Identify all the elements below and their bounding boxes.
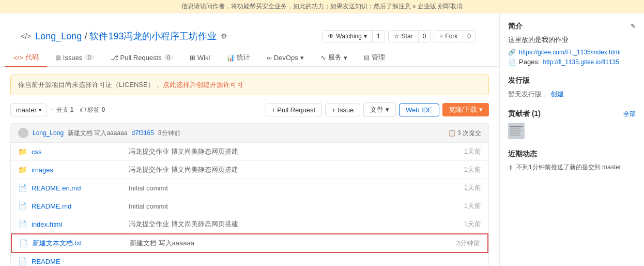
- contributor-list: [508, 123, 636, 139]
- no-release-text: 暂无发行版， 创建: [508, 90, 636, 99]
- chevron-down-icon: ▾: [300, 54, 304, 62]
- issue-button[interactable]: + Issue: [325, 104, 360, 116]
- sidebar-link2: 📄 Pages: http://fl_1135.gitee.io/fl1135: [508, 58, 636, 66]
- eye-icon: 👁: [328, 33, 334, 40]
- commit-author-link[interactable]: Long_Long: [33, 129, 64, 137]
- file-icon: 📄: [18, 257, 27, 265]
- create-release-link[interactable]: 创建: [550, 90, 564, 98]
- file-name-link[interactable]: README: [32, 258, 125, 265]
- sidebar-activity: 近期动态 ⬆ 不到1分钟前推送了新的提交到 master: [508, 150, 636, 172]
- tab-wiki[interactable]: ⊞ Wiki: [181, 49, 219, 67]
- commit-count: 📋 3 次提交: [448, 129, 481, 138]
- branch-fork-icon: ⑂ 分支 1: [51, 106, 74, 114]
- file-icon: 📄: [18, 202, 27, 210]
- fork-button[interactable]: ⑂ Fork: [434, 31, 463, 42]
- star-button[interactable]: ☆ Star: [389, 31, 419, 42]
- star-count[interactable]: 0: [419, 31, 431, 42]
- tab-pullrequests[interactable]: ⎇ Pull Requests 0: [102, 49, 181, 67]
- sidebar-link1-anchor[interactable]: https://gitee.com/FL_1135/index.html: [519, 49, 621, 56]
- contributors-all-link[interactable]: 全部: [623, 110, 636, 119]
- repo-header: </> Long_Long / 软件193冯龙的小程序工坊作业 ⚙ 👁 Watc…: [0, 13, 499, 42]
- tab-devops[interactable]: ∞ DevOps ▾: [258, 49, 312, 67]
- file-table: Long_Long 新建文档 写入aaaaaa d7f3165 3分钟前 📋 3…: [10, 123, 489, 266]
- watch-button[interactable]: 👁 Watching ▾: [323, 31, 373, 42]
- file-row[interactable]: 📄 README.en.md Initial commit 1天前: [11, 179, 488, 197]
- sidebar-intro: 简介 ✎ 这里放的是我的作业 🔗 https://gitee.com/FL_11…: [508, 22, 636, 66]
- repo-owner-link[interactable]: Long_Long: [35, 31, 82, 41]
- main-wrapper: </> Long_Long / 软件193冯龙的小程序工坊作业 ⚙ 👁 Watc…: [0, 13, 644, 266]
- sidebar-contributors: 贡献者 (1) 全部: [508, 109, 636, 139]
- branch-tag-icon: 🏷 标签 0: [80, 106, 105, 114]
- fork-count[interactable]: 0: [463, 31, 475, 42]
- folder-icon: 📁: [18, 166, 27, 174]
- sidebar-link1: 🔗 https://gitee.com/FL_1135/index.html: [508, 49, 636, 56]
- file-name-link[interactable]: README.md: [32, 202, 125, 210]
- file-row[interactable]: 📁 css 冯龙提交作业 博文尚美静态网页搭建 1天前: [11, 143, 488, 161]
- file-rows-container: 📁 css 冯龙提交作业 博文尚美静态网页搭建 1天前 📁 images 冯龙提…: [11, 143, 488, 266]
- top-right-actions: 👁 Watching ▾ 1 ☆ Star 0 ⑂ F: [322, 22, 489, 42]
- file-icon: 📄: [19, 239, 28, 247]
- tab-stats[interactable]: 📊 统计: [218, 49, 258, 67]
- tab-code[interactable]: </> 代码: [5, 49, 47, 67]
- file-time: 3分钟前: [456, 239, 480, 248]
- sidebar-releases: 发行版 暂无发行版， 创建: [508, 76, 636, 99]
- content-area: 你当前开源项目尚未选择许可证（LICENSE）， 点此选择并创建开源许可可 ma…: [0, 67, 499, 266]
- top-banner: 信息请访问作者，将功能帮买安全业务，如此的功力；如果发送知识；然后了解注意 » …: [0, 0, 644, 13]
- link-icon: 🔗: [508, 49, 516, 56]
- file-name-link[interactable]: index.html: [32, 220, 125, 228]
- license-create-link[interactable]: 点此选择并创建开源许可可: [163, 81, 243, 88]
- repo-name-link[interactable]: 软件193冯龙的小程序工坊作业: [89, 31, 217, 41]
- clone-download-button[interactable]: 克隆/下载 ▾: [442, 103, 489, 116]
- file-commit-msg: 新建文档 写入aaaaaa: [130, 239, 452, 248]
- web-ide-button[interactable]: Web IDE: [399, 104, 439, 116]
- nav-tabs: </> 代码 ⊞ Issues 0 ⎇ Pull Requests 0 ⊞ Wi…: [0, 49, 499, 67]
- activity-item-1: ⬆ 不到1分钟前推送了新的提交到 master: [508, 163, 636, 172]
- watch-count[interactable]: 1: [373, 31, 385, 42]
- commit-hash-link[interactable]: d7f3165: [131, 129, 154, 137]
- service-chevron-icon: ▾: [344, 54, 347, 62]
- file-row[interactable]: 📄 index.html 冯龙提交作业 博文尚美静态网页搭建 1天前: [11, 215, 488, 233]
- sidebar-link2-anchor[interactable]: http://fl_1135.gitee.io/fl1135: [543, 58, 619, 66]
- file-commit-msg: Initial commit: [129, 202, 460, 210]
- file-name-link[interactable]: 新建文本文档.txt: [33, 239, 126, 248]
- folder-icon: 📁: [18, 147, 27, 156]
- file-time: 1天前: [464, 165, 481, 174]
- file-row[interactable]: 📄 README: [11, 253, 488, 266]
- repo-title-area: </> Long_Long / 软件193冯龙的小程序工坊作业 ⚙: [10, 22, 322, 42]
- manage-icon: ⊟: [364, 54, 370, 62]
- sidebar-desc: 这里放的是我的作业: [508, 35, 636, 45]
- svg-rect-3: [510, 130, 522, 131]
- file-name-link[interactable]: css: [32, 148, 125, 156]
- edit-icon[interactable]: ✎: [631, 23, 636, 30]
- repo-full-title: Long_Long / 软件193冯龙的小程序工坊作业: [35, 30, 217, 42]
- svg-rect-4: [510, 132, 519, 134]
- star-icon: ☆: [394, 33, 400, 40]
- branch-selector[interactable]: master ▾: [10, 104, 47, 116]
- file-row[interactable]: 📁 images 冯龙提交作业 博文尚美静态网页搭建 1天前: [11, 161, 488, 179]
- file-row[interactable]: 📄 README.md Initial commit 1天前: [11, 197, 488, 215]
- pr-icon: ⎇: [111, 54, 118, 62]
- file-icon: 📄: [18, 184, 27, 192]
- file-time: 1天前: [464, 219, 481, 229]
- file-name-link[interactable]: README.en.md: [32, 184, 125, 192]
- tab-manage[interactable]: ⊟ 管理: [356, 49, 393, 67]
- stats-icon: 📊: [226, 54, 235, 62]
- branch-chevron-icon: ▾: [39, 107, 41, 113]
- contributor-avatar-1[interactable]: [508, 123, 525, 139]
- watch-btn-group: 👁 Watching ▾ 1: [322, 30, 385, 42]
- star-btn-group: ☆ Star 0: [388, 30, 431, 42]
- code-icon: </>: [13, 54, 23, 62]
- tab-service[interactable]: ∿ 服务 ▾: [312, 49, 356, 67]
- activity-icon: ⬆: [508, 164, 513, 171]
- file-name-link[interactable]: images: [32, 166, 125, 174]
- fork-icon: ⑂: [439, 33, 443, 40]
- pull-request-button[interactable]: + Pull Request: [265, 104, 322, 116]
- file-icon: 📄: [18, 220, 27, 228]
- repo-settings-icon[interactable]: ⚙: [221, 32, 227, 40]
- file-row[interactable]: 📄 新建文本文档.txt 新建文档 写入aaaaaa 3分钟前: [11, 233, 488, 253]
- file-commit-msg: 冯龙提交作业 博文尚美静态网页搭建: [129, 165, 460, 174]
- repo-separator: /: [84, 31, 89, 41]
- files-button[interactable]: 文件 ▾: [363, 102, 396, 117]
- tab-issues[interactable]: ⊞ Issues 0: [47, 49, 102, 67]
- license-banner: 你当前开源项目尚未选择许可证（LICENSE）， 点此选择并创建开源许可可: [10, 75, 489, 95]
